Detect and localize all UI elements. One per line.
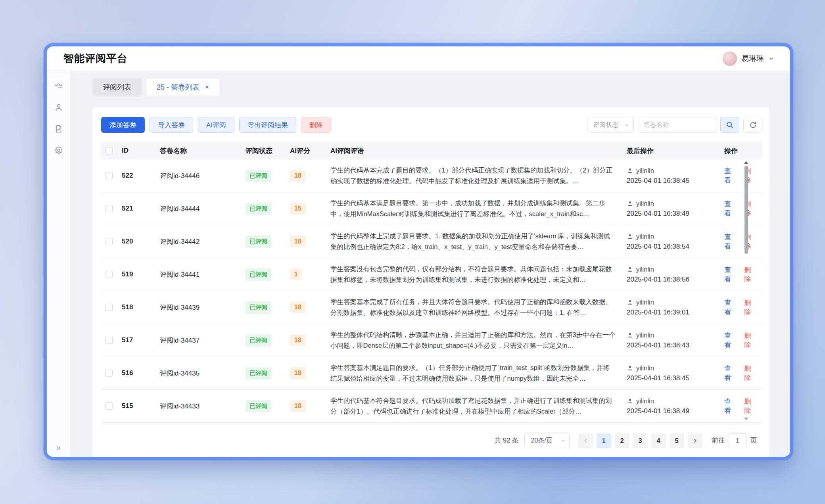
tab-label: 25 - 答卷列表 [157,82,200,92]
import-answer-button[interactable]: 导入答卷 [150,117,193,133]
prev-page-button[interactable] [578,433,593,448]
tab-bar: 评阅列表 25 - 答卷列表 × [92,79,769,96]
sidebar-item-papers[interactable] [54,124,63,134]
sidebar-item-users[interactable] [54,103,63,112]
page-button-3[interactable]: 3 [633,433,648,448]
scroll-down-arrow[interactable] [744,418,748,420]
goto-page-input[interactable] [729,433,747,448]
row-operator: yilinlin [636,332,654,339]
answer-name-input[interactable] [638,117,716,133]
view-link[interactable]: 查看 [724,397,738,415]
page-size-select[interactable]: 20条/页 [524,433,570,448]
delete-button[interactable]: 删除 [301,117,331,133]
chevron-down-icon[interactable] [768,56,774,61]
toolbar: 添加答卷 导入答卷 AI评阅 导出评阅结果 删除 评阅状态 [101,117,762,133]
row-comment: 学生的代码整体上完成了题目要求。1. 数据集的加载和划分正确使用了'sklear… [330,231,627,252]
view-link[interactable]: 查看 [724,331,738,349]
score-badge: 15 [290,203,306,215]
view-link[interactable]: 查看 [724,265,738,284]
user-name: 易琳琳 [741,54,764,64]
view-link[interactable]: 查看 [724,364,738,382]
row-id: 522 [122,172,160,180]
review-status-select[interactable]: 评阅状态 [587,117,634,133]
close-icon[interactable]: × [205,84,209,90]
row-checkbox[interactable] [106,370,113,377]
row-timestamp: 2025-04-01 16:38:56 [627,276,719,284]
tab-review-list[interactable]: 评阅列表 [92,79,142,96]
row-checkbox[interactable] [106,402,113,410]
row-id: 517 [122,336,160,344]
add-answer-button[interactable]: 添加答卷 [101,117,145,133]
scrollbar-thumb[interactable] [744,166,748,254]
status-badge: 已评阅 [246,400,271,412]
search-button[interactable] [720,117,739,133]
page-button-5[interactable]: 5 [670,433,684,448]
select-all-checkbox[interactable] [106,147,113,154]
table-scrollbar[interactable] [744,161,748,420]
row-checkbox[interactable] [106,205,113,212]
chevron-right-icon [692,438,698,444]
page-button-4[interactable]: 4 [651,433,666,448]
row-operator: yilinlin [636,200,654,207]
ai-review-button[interactable]: AI评阅 [198,117,234,133]
view-link[interactable]: 查看 [724,298,738,316]
refresh-button[interactable] [743,117,762,133]
row-comment: 学生的代码基本满足题目要求。第一步中，成功加载了数据，并划分成训练集和测试集。第… [330,198,627,219]
row-comment: 学生的整体代码结构清晰，步骤基本正确，并且适用了正确的库和方法。然而，在第3步中… [330,330,627,351]
app-window: 智能评阅平台 易琳琳 [47,46,790,457]
table-body: 522 评阅id-34446 已评阅 18 学生的代码基本完成了题目的要求。（1… [101,159,762,423]
header-actions: 操作 [724,146,762,155]
row-name: 评阅id-34437 [160,336,246,345]
document-check-icon [54,124,63,134]
export-results-button[interactable]: 导出评阅结果 [239,117,296,133]
view-link[interactable]: 查看 [724,167,738,185]
table-row: 515 评阅id-34433 已评阅 18 学生的代码基本符合题目要求。代码成功… [101,390,762,423]
score-badge: 1 [290,268,302,280]
score-badge: 18 [290,334,306,346]
main-content: 评阅列表 25 - 答卷列表 × 添加答卷 导入答卷 AI评阅 导出评阅结果 删… [71,71,790,457]
table-row: 518 评阅id-34439 已评阅 18 学生答案基本完成了所有任务，并且大体… [101,291,762,324]
sidebar-item-settings[interactable] [54,146,63,155]
row-operator: yilinlin [636,167,654,174]
row-checkbox[interactable] [106,271,113,278]
scroll-up-arrow[interactable] [744,161,748,164]
row-comment: 学生答案没有包含完整的代码，仅有部分结构，不符合题目要求。具体问题包括：未加载鸢… [330,264,627,285]
status-badge: 已评阅 [246,334,271,347]
avatar[interactable] [723,52,737,66]
answers-table: ID 答卷名称 评阅状态 AI评分 AI评阅评语 最后操作 操作 522 评阅i… [101,142,762,423]
view-link[interactable]: 查看 [724,232,738,251]
table-header: ID 答卷名称 评阅状态 AI评分 AI评阅评语 最后操作 操作 [101,142,762,159]
window-header: 智能评阅平台 易琳琳 [47,46,790,71]
status-badge: 已评阅 [246,268,271,281]
score-badge: 18 [290,301,306,313]
row-comment: 学生的代码基本符合题目要求。代码成功加载了鸢尾花数据集，并正确进行了训练集和测试… [330,395,627,416]
page-button-1[interactable]: 1 [597,433,611,448]
row-name: 评阅id-34439 [160,303,246,312]
sidebar-collapse-button[interactable]: » [47,443,70,452]
view-link[interactable]: 查看 [724,199,738,218]
filter-area: 评阅状态 [587,117,762,133]
table-row: 520 评阅id-34442 已评阅 18 学生的代码整体上完成了题目要求。1.… [101,225,762,258]
tab-answer-list[interactable]: 25 - 答卷列表 × [146,79,219,96]
row-checkbox[interactable] [106,337,113,344]
row-name: 评阅id-34433 [160,402,246,411]
row-checkbox[interactable] [106,304,113,311]
row-id: 515 [122,402,160,410]
user-menu[interactable]: 易琳琳 [723,52,774,66]
page-number-list: 12345 [597,433,684,448]
row-checkbox[interactable] [106,172,113,179]
person-icon [627,167,633,174]
next-page-button[interactable] [688,433,702,448]
row-operator: yilinlin [636,364,654,372]
status-badge: 已评阅 [246,170,271,182]
row-name: 评阅id-34444 [160,204,246,213]
table-row: 519 评阅id-34441 已评阅 1 学生答案没有包含完整的代码，仅有部分结… [101,258,762,291]
row-comment: 学生答案基本满足题目的要求。（1）任务部分正确使用了`train_test_sp… [330,362,627,383]
page-button-2[interactable]: 2 [615,433,629,448]
row-operator: yilinlin [636,233,654,240]
sidebar-item-review-list[interactable] [54,81,63,91]
person-icon [627,332,633,339]
row-id: 516 [122,369,160,377]
pagination: 共 92 条 20条/页 12345 [101,433,762,448]
row-checkbox[interactable] [106,238,113,245]
